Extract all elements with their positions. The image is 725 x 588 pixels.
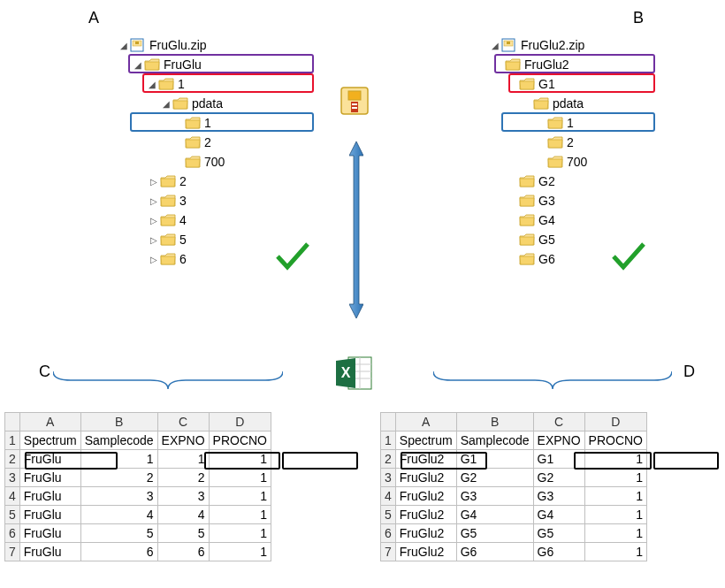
row-header[interactable]: 2 (5, 450, 20, 469)
row-header[interactable]: 6 (5, 524, 20, 543)
cell[interactable]: FruGlu2 (395, 543, 456, 561)
corner-cell[interactable] (5, 413, 20, 431)
cell[interactable]: G3 (456, 487, 533, 506)
tree-node-level1[interactable]: ◢ FruGlu (119, 55, 323, 74)
row-header[interactable]: 4 (5, 487, 20, 506)
cell[interactable]: 2 (157, 469, 209, 487)
col-header[interactable]: A (395, 413, 456, 431)
cell[interactable]: Spectrum (395, 431, 456, 450)
col-header[interactable]: C (533, 413, 584, 431)
cell[interactable]: FruGlu2 (395, 487, 456, 506)
cell[interactable]: EXPNO (533, 431, 584, 450)
cell[interactable]: FruGlu2 (395, 506, 456, 524)
cell[interactable]: 1 (584, 506, 646, 524)
tree-node-sibling[interactable]: ▷ 3 (119, 191, 323, 210)
row-header[interactable]: 3 (5, 469, 20, 487)
row-header[interactable]: 2 (381, 450, 396, 469)
tree-node-sibling[interactable]: G6 (491, 249, 694, 269)
corner-cell[interactable] (381, 413, 396, 431)
cell[interactable]: 1 (209, 469, 271, 487)
tree-node-root[interactable]: ◢ FruGlu.zip (119, 35, 323, 55)
cell[interactable]: FruGlu (19, 487, 80, 506)
tree-node-pdata-child[interactable]: 2 (491, 133, 694, 152)
row-header[interactable]: 6 (381, 524, 396, 543)
tree-node-root[interactable]: ◢ FruGlu2.zip (491, 35, 694, 55)
expander-icon[interactable]: ▷ (149, 196, 158, 206)
expander-icon[interactable]: ◢ (119, 41, 128, 50)
cell[interactable]: G6 (533, 543, 584, 561)
tree-node-sibling[interactable]: ▷ 2 (119, 172, 323, 191)
row-header[interactable]: 7 (5, 543, 20, 561)
cell[interactable]: 1 (584, 450, 646, 469)
expander-icon[interactable]: ◢ (148, 80, 156, 89)
cell[interactable]: G2 (456, 469, 533, 487)
cell[interactable]: 2 (80, 469, 157, 487)
cell[interactable]: 1 (584, 543, 646, 561)
cell[interactable]: G6 (456, 543, 533, 561)
tree-node-sibling[interactable]: G2 (491, 172, 694, 191)
row-header[interactable]: 7 (381, 543, 396, 561)
cell[interactable]: FruGlu (19, 450, 80, 469)
tree-node-level2[interactable]: G1 (491, 74, 694, 94)
cell[interactable]: 4 (80, 506, 157, 524)
cell[interactable]: 6 (80, 543, 157, 561)
cell[interactable]: FruGlu (19, 524, 80, 543)
cell[interactable]: FruGlu2 (395, 450, 456, 469)
cell[interactable]: 1 (209, 543, 271, 561)
tree-node-pdata[interactable]: ◢ pdata (119, 94, 323, 113)
tree-node-pdata-child[interactable]: 1 (119, 113, 323, 133)
row-header[interactable]: 5 (381, 506, 396, 524)
tree-node-pdata[interactable]: pdata (491, 94, 694, 113)
col-header[interactable]: D (584, 413, 646, 431)
cell[interactable]: FruGlu (19, 469, 80, 487)
cell[interactable]: 1 (209, 450, 271, 469)
tree-node-pdata-child[interactable]: 700 (119, 152, 323, 172)
row-header[interactable]: 5 (5, 506, 20, 524)
col-header[interactable]: C (157, 413, 209, 431)
cell[interactable]: G5 (533, 524, 584, 543)
cell[interactable]: G2 (533, 469, 584, 487)
row-header[interactable]: 1 (5, 431, 20, 450)
expander-icon[interactable]: ◢ (491, 41, 500, 50)
cell[interactable]: FruGlu2 (395, 469, 456, 487)
expander-icon[interactable]: ▷ (149, 177, 158, 187)
cell[interactable]: 5 (80, 524, 157, 543)
cell[interactable]: 5 (157, 524, 209, 543)
expander-icon[interactable]: ◢ (162, 99, 171, 109)
tree-node-pdata-child[interactable]: 1 (491, 113, 694, 133)
tree-node-sibling[interactable]: G3 (491, 191, 694, 210)
cell[interactable]: 1 (80, 450, 157, 469)
cell[interactable]: G4 (533, 506, 584, 524)
col-header[interactable]: A (19, 413, 80, 431)
cell[interactable]: G1 (456, 450, 533, 469)
col-header[interactable]: B (456, 413, 533, 431)
col-header[interactable]: B (80, 413, 157, 431)
cell[interactable]: 1 (157, 450, 209, 469)
expander-icon[interactable]: ▷ (149, 235, 158, 245)
tree-node-sibling[interactable]: G4 (491, 210, 694, 230)
row-header[interactable]: 1 (381, 431, 396, 450)
cell[interactable]: FruGlu (19, 506, 80, 524)
tree-node-level1[interactable]: FruGlu2 (491, 55, 694, 74)
cell[interactable]: Spectrum (19, 431, 80, 450)
row-header[interactable]: 3 (381, 469, 396, 487)
tree-node-level2[interactable]: ◢ 1 (119, 74, 323, 94)
cell[interactable]: EXPNO (157, 431, 209, 450)
tree-node-sibling[interactable]: ▷ 4 (119, 210, 323, 230)
col-header[interactable]: D (209, 413, 271, 431)
cell[interactable]: 1 (584, 524, 646, 543)
cell[interactable]: G3 (533, 487, 584, 506)
cell[interactable]: PROCNO (584, 431, 646, 450)
expander-icon[interactable]: ▷ (149, 255, 158, 264)
cell[interactable]: 3 (80, 487, 157, 506)
cell[interactable]: 1 (209, 487, 271, 506)
cell[interactable]: 3 (157, 487, 209, 506)
tree-node-pdata-child[interactable]: 2 (119, 133, 323, 152)
cell[interactable]: 1 (584, 469, 646, 487)
cell[interactable]: G4 (456, 506, 533, 524)
cell[interactable]: 1 (584, 487, 646, 506)
cell[interactable]: G1 (533, 450, 584, 469)
cell[interactable]: Samplecode (80, 431, 157, 450)
tree-node-sibling[interactable]: G5 (491, 230, 694, 249)
cell[interactable]: 6 (157, 543, 209, 561)
